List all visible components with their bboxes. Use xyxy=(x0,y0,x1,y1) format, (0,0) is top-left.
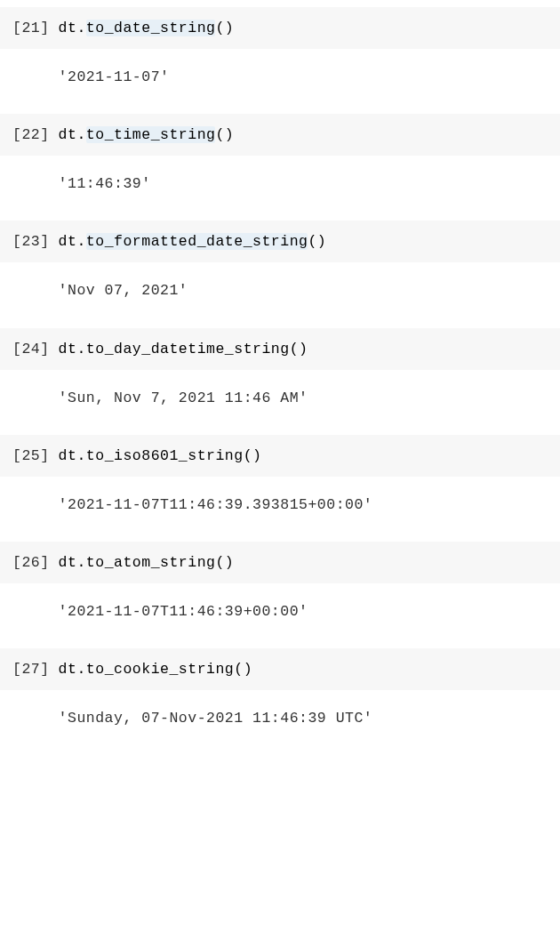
code-input[interactable]: dt.to_time_string() xyxy=(59,125,548,145)
cell-output-text: '2021-11-07T11:46:39.393815+00:00' xyxy=(59,494,548,515)
notebook-cell: [25]dt.to_iso8601_string()[25]'2021-11-0… xyxy=(0,435,560,542)
notebook-cell: [27]dt.to_cookie_string()[27]'Sunday, 07… xyxy=(0,648,560,755)
notebook-cell: [21]dt.to_date_string()[21]'2021-11-07' xyxy=(0,7,560,114)
code-method-name: to_formatted_date_string xyxy=(86,233,308,250)
cell-input-row[interactable]: [24]dt.to_day_datetime_string() xyxy=(0,328,560,370)
code-suffix: () xyxy=(244,447,262,464)
code-suffix: () xyxy=(215,126,234,143)
cell-output-row: [21]'2021-11-07' xyxy=(0,49,560,114)
code-input[interactable]: dt.to_iso8601_string() xyxy=(59,446,548,466)
code-prefix: dt. xyxy=(59,341,86,358)
code-prefix: dt. xyxy=(59,233,86,250)
cell-input-row[interactable]: [27]dt.to_cookie_string() xyxy=(0,648,560,690)
code-suffix: () xyxy=(308,233,326,250)
cell-output-text: 'Sun, Nov 7, 2021 11:46 AM' xyxy=(59,388,548,408)
cell-input-row[interactable]: [23]dt.to_formatted_date_string() xyxy=(0,221,560,262)
code-prefix: dt. xyxy=(59,554,86,571)
code-input[interactable]: dt.to_atom_string() xyxy=(59,552,548,573)
cell-output-text: '2021-11-07' xyxy=(59,67,548,87)
cell-input-row[interactable]: [25]dt.to_iso8601_string() xyxy=(0,435,560,477)
code-input[interactable]: dt.to_cookie_string() xyxy=(59,659,548,679)
execution-count: [21] xyxy=(12,18,59,38)
cell-output-row: [27]'Sunday, 07-Nov-2021 11:46:39 UTC' xyxy=(0,690,560,755)
notebook-cell: [22]dt.to_time_string()[22]'11:46:39' xyxy=(0,114,560,221)
code-suffix: () xyxy=(290,341,308,358)
code-suffix: () xyxy=(234,661,252,678)
cell-output-text: '2021-11-07T11:46:39+00:00' xyxy=(59,601,548,622)
notebook-cell-list: [21]dt.to_date_string()[21]'2021-11-07'[… xyxy=(0,0,560,782)
notebook-cell: [23]dt.to_formatted_date_string()[23]'No… xyxy=(0,221,560,327)
cell-output-text: 'Nov 07, 2021' xyxy=(59,280,548,301)
cell-input-row[interactable]: [22]dt.to_time_string() xyxy=(0,114,560,156)
cell-input-row[interactable]: [21]dt.to_date_string() xyxy=(0,7,560,49)
cell-output-row: [26]'2021-11-07T11:46:39+00:00' xyxy=(0,583,560,648)
execution-count: [22] xyxy=(12,125,59,145)
code-input[interactable]: dt.to_day_datetime_string() xyxy=(59,339,548,359)
code-method-name: to_cookie_string xyxy=(86,661,234,678)
code-method-name: to_date_string xyxy=(86,20,216,36)
execution-count: [26] xyxy=(12,552,59,573)
execution-count: [27] xyxy=(12,659,59,679)
cell-output-row: [24]'Sun, Nov 7, 2021 11:46 AM' xyxy=(0,370,560,435)
code-input[interactable]: dt.to_date_string() xyxy=(59,18,548,38)
execution-count: [25] xyxy=(12,446,59,466)
code-prefix: dt. xyxy=(59,20,86,36)
code-prefix: dt. xyxy=(59,661,86,678)
execution-count: [23] xyxy=(12,231,59,252)
notebook-cell: [26]dt.to_atom_string()[26]'2021-11-07T1… xyxy=(0,542,560,648)
code-suffix: () xyxy=(215,554,234,571)
code-prefix: dt. xyxy=(59,126,86,143)
code-method-name: to_iso8601_string xyxy=(86,447,244,464)
cell-output-row: [22]'11:46:39' xyxy=(0,156,560,221)
execution-count: [24] xyxy=(12,339,59,359)
code-method-name: to_day_datetime_string xyxy=(86,341,290,358)
cell-output-text: '11:46:39' xyxy=(59,173,548,194)
cell-input-row[interactable]: [26]dt.to_atom_string() xyxy=(0,542,560,583)
code-method-name: to_time_string xyxy=(86,126,216,143)
code-method-name: to_atom_string xyxy=(86,554,216,571)
notebook-cell: [24]dt.to_day_datetime_string()[24]'Sun,… xyxy=(0,328,560,435)
code-prefix: dt. xyxy=(59,447,86,464)
code-suffix: () xyxy=(215,20,234,36)
cell-output-text: 'Sunday, 07-Nov-2021 11:46:39 UTC' xyxy=(59,708,548,728)
cell-output-row: [23]'Nov 07, 2021' xyxy=(0,262,560,327)
cell-output-row: [25]'2021-11-07T11:46:39.393815+00:00' xyxy=(0,477,560,542)
code-input[interactable]: dt.to_formatted_date_string() xyxy=(59,231,548,252)
